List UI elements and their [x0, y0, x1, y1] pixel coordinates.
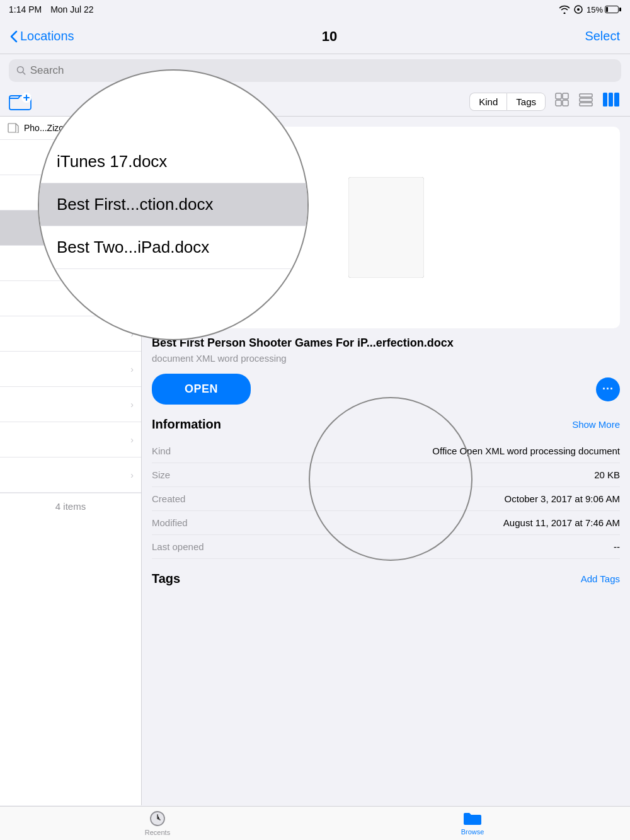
svg-rect-14: [614, 93, 619, 106]
info-title: Information: [152, 417, 221, 432]
svg-rect-5: [556, 93, 561, 99]
chevron-icon: ›: [130, 364, 134, 374]
column-icon: [602, 92, 620, 107]
search-input[interactable]: [30, 64, 614, 77]
search-bar: [0, 54, 630, 87]
list-item[interactable]: ›: [0, 457, 141, 493]
svg-rect-7: [556, 100, 561, 106]
battery-display: 15%: [587, 5, 621, 14]
modified-label: Modified: [152, 517, 227, 528]
nav-bar: Locations 10 Select: [0, 19, 630, 54]
list-icon: [578, 92, 593, 107]
svg-rect-12: [603, 93, 607, 106]
grid-icon: [554, 92, 570, 107]
view-buttons: [553, 91, 621, 112]
file-thumbnail: [348, 177, 424, 278]
svg-rect-15: [8, 124, 16, 132]
svg-rect-13: [609, 93, 613, 106]
browse-icon: [463, 811, 482, 826]
wifi-icon: [559, 5, 570, 14]
back-label: Locations: [20, 29, 74, 43]
svg-rect-9: [580, 94, 592, 97]
list-view-button[interactable]: [577, 91, 595, 112]
status-left: 1:14 PM Mon Jul 22: [9, 4, 94, 14]
file-name: Best First Person Shooter Games For iP..…: [152, 336, 620, 350]
svg-rect-6: [563, 93, 568, 99]
new-folder-icon[interactable]: [9, 93, 32, 110]
magnifier-item-3[interactable]: Best Two...iPad.docx: [39, 226, 307, 269]
chevron-icon: ›: [130, 400, 134, 410]
browse-label: Browse: [461, 828, 484, 836]
items-count: 4 items: [0, 493, 141, 519]
magnifier-overlay: iTunes 17.docx Best First...ction.docx B…: [38, 69, 309, 340]
recents-tab[interactable]: Recents: [0, 810, 315, 836]
filter-buttons: Kind Tags: [469, 93, 546, 111]
magnifier-item-2[interactable]: Best First...ction.docx: [39, 183, 307, 226]
svg-point-1: [577, 8, 580, 11]
location-icon: [574, 5, 583, 14]
created-label: Created: [152, 493, 227, 504]
day-display: Mon Jul 22: [50, 4, 93, 14]
browse-tab[interactable]: Browse: [315, 811, 630, 836]
nav-title: 10: [322, 28, 337, 45]
kind-label: Kind: [152, 446, 227, 456]
back-chevron-icon: [10, 30, 18, 43]
search-icon: [16, 66, 26, 76]
file-type: document XML word processing: [152, 353, 620, 364]
tags-title: Tags: [152, 572, 180, 586]
svg-rect-10: [580, 98, 592, 101]
chevron-icon: ›: [130, 470, 134, 480]
column-view-button[interactable]: [601, 91, 621, 112]
list-item[interactable]: ›: [0, 387, 141, 422]
tags-filter-button[interactable]: Tags: [507, 93, 546, 111]
grid-view-button[interactable]: [553, 91, 571, 112]
battery-icon: [605, 6, 621, 13]
more-options-button[interactable]: ···: [596, 377, 620, 401]
back-button[interactable]: Locations: [10, 29, 74, 43]
status-right: 15%: [559, 5, 621, 14]
last-opened-label: Last opened: [152, 541, 227, 552]
svg-rect-11: [580, 103, 592, 106]
bottom-bar: Recents Browse: [0, 806, 630, 840]
tags-section: Tags Add Tags: [152, 572, 620, 586]
select-button[interactable]: Select: [585, 29, 620, 43]
list-item[interactable]: ›: [0, 352, 141, 387]
recents-icon: [149, 810, 166, 827]
svg-rect-8: [563, 100, 568, 106]
kind-filter-button[interactable]: Kind: [469, 93, 507, 111]
magnifier-item-1[interactable]: iTunes 17.docx: [39, 141, 307, 183]
open-button-overlay: [309, 397, 472, 561]
tags-header: Tags Add Tags: [152, 572, 620, 586]
recents-label: Recents: [145, 829, 170, 836]
status-bar: 1:14 PM Mon Jul 22 15%: [0, 0, 630, 19]
add-tags-button[interactable]: Add Tags: [581, 573, 620, 584]
show-more-link[interactable]: Show More: [572, 419, 620, 430]
doc-icon: [8, 123, 19, 133]
list-item[interactable]: ›: [0, 422, 141, 457]
chevron-icon: ›: [130, 435, 134, 445]
time-display: 1:14 PM: [9, 4, 42, 14]
size-label: Size: [152, 469, 227, 480]
open-button[interactable]: OPEN: [152, 374, 251, 405]
svg-rect-16: [348, 177, 424, 278]
search-input-wrap[interactable]: [9, 59, 621, 82]
